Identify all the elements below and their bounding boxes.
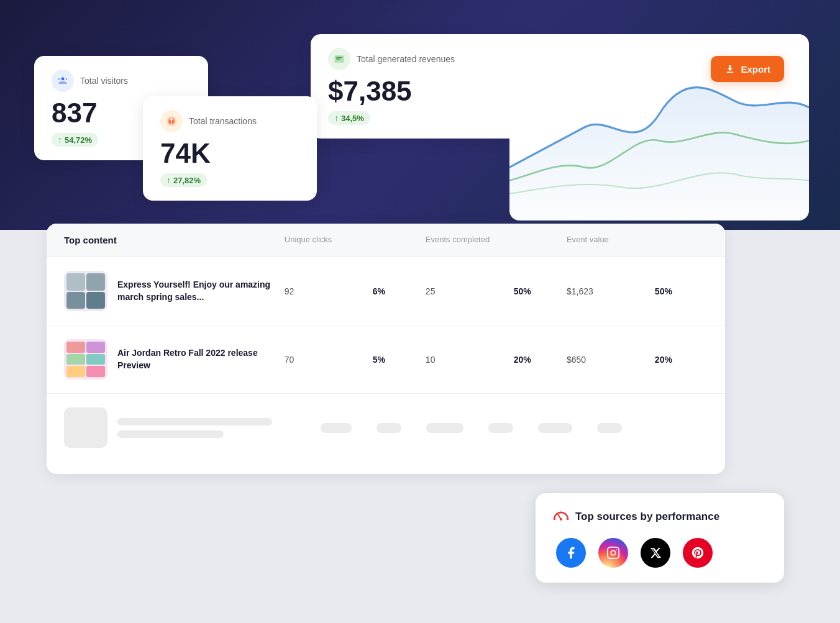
table-row: Air Jordan Retro Fall 2022 release Previ… bbox=[47, 325, 725, 394]
row2-value: $650 bbox=[567, 355, 655, 365]
col-clicks-spacer bbox=[373, 235, 426, 245]
revenue-title: Total generated revenues bbox=[357, 54, 455, 64]
row1-events-pct: 50% bbox=[514, 286, 567, 296]
row2-events-pct: 20% bbox=[514, 355, 567, 365]
transactions-change: ↑ 27,82% bbox=[160, 173, 207, 187]
skeleton-cell bbox=[538, 423, 572, 433]
visitors-header: Total visitors bbox=[52, 70, 191, 92]
table-row: Express Yourself! Enjoy our amazing marc… bbox=[47, 257, 725, 325]
row1-events: 25 bbox=[426, 286, 514, 296]
transactions-icon bbox=[160, 110, 183, 132]
col-events-spacer bbox=[514, 235, 567, 245]
revenue-header: Total generated revenues bbox=[328, 48, 517, 70]
svg-point-0 bbox=[62, 77, 65, 80]
visitors-icon bbox=[52, 70, 74, 92]
sources-card: Top sources by performance bbox=[536, 493, 784, 583]
revenue-arrow: ↑ bbox=[334, 113, 339, 123]
col-content: Top content bbox=[64, 235, 285, 245]
col-value-spacer bbox=[655, 235, 708, 245]
table-header: Top content Unique clicks Events complet… bbox=[47, 224, 725, 257]
row2-thumbnail bbox=[64, 339, 107, 380]
skeleton-thumb bbox=[64, 407, 107, 448]
revenue-card: Total generated revenues $7,385 ↑ 34,5% bbox=[311, 34, 534, 139]
row1-thumbnail bbox=[64, 271, 107, 311]
row1-title: Express Yourself! Enjoy our amazing marc… bbox=[117, 279, 285, 303]
transactions-header: Total transactions bbox=[160, 110, 299, 132]
pinterest-icon[interactable] bbox=[683, 538, 713, 568]
row1-value: $1,623 bbox=[567, 286, 655, 296]
revenue-value: $7,385 bbox=[328, 76, 517, 106]
transactions-card: Total transactions 74K ↑ 27,82% bbox=[143, 96, 317, 201]
x-icon[interactable] bbox=[641, 538, 670, 568]
sources-header: Top sources by performance bbox=[553, 508, 767, 525]
svg-point-6 bbox=[611, 550, 615, 555]
instagram-icon[interactable] bbox=[598, 538, 628, 568]
skeleton-cell bbox=[377, 423, 401, 433]
transactions-arrow: ↑ bbox=[167, 175, 171, 185]
social-icons-row bbox=[553, 538, 767, 568]
export-button[interactable]: Export bbox=[711, 56, 784, 82]
row1-clicks: 92 bbox=[285, 286, 373, 296]
skeleton-line bbox=[117, 418, 272, 425]
sources-title: Top sources by performance bbox=[575, 511, 719, 523]
export-icon bbox=[724, 63, 736, 75]
facebook-icon[interactable] bbox=[556, 538, 586, 568]
row2-clicks: 70 bbox=[285, 355, 373, 365]
visitors-title: Total visitors bbox=[80, 76, 128, 86]
transactions-title: Total transactions bbox=[189, 116, 257, 126]
visitors-arrow: ↑ bbox=[58, 135, 62, 145]
skeleton-cell bbox=[321, 423, 352, 433]
skeleton-line bbox=[117, 430, 224, 438]
row1-clicks-pct: 6% bbox=[373, 286, 426, 296]
sources-gauge-icon bbox=[553, 508, 569, 525]
transactions-value: 74K bbox=[160, 139, 299, 168]
skeleton-cell bbox=[426, 423, 463, 433]
row2-events: 10 bbox=[426, 355, 514, 365]
col-events: Events completed bbox=[426, 235, 514, 245]
row1-value-pct: 50% bbox=[655, 286, 708, 296]
row1-content-cell: Express Yourself! Enjoy our amazing marc… bbox=[64, 271, 285, 311]
col-unique-clicks: Unique clicks bbox=[285, 235, 373, 245]
svg-rect-5 bbox=[608, 547, 619, 558]
skeleton-row bbox=[47, 394, 725, 462]
row2-clicks-pct: 5% bbox=[373, 355, 426, 365]
skeleton-cell bbox=[597, 423, 622, 433]
row2-content-cell: Air Jordan Retro Fall 2022 release Previ… bbox=[64, 339, 285, 380]
svg-point-4 bbox=[560, 518, 562, 521]
col-event-value: Event value bbox=[567, 235, 655, 245]
visitors-change: ↑ 54,72% bbox=[52, 133, 98, 147]
revenue-icon bbox=[328, 48, 350, 70]
revenue-change: ↑ 34,5% bbox=[328, 111, 370, 125]
row2-value-pct: 20% bbox=[655, 355, 708, 365]
row2-title: Air Jordan Retro Fall 2022 release Previ… bbox=[117, 347, 285, 371]
skeleton-cell bbox=[488, 423, 513, 433]
main-table-card: Top content Unique clicks Events complet… bbox=[47, 224, 725, 474]
svg-point-7 bbox=[616, 549, 617, 550]
skeleton-lines bbox=[117, 418, 311, 438]
skeleton-cells bbox=[321, 423, 708, 433]
